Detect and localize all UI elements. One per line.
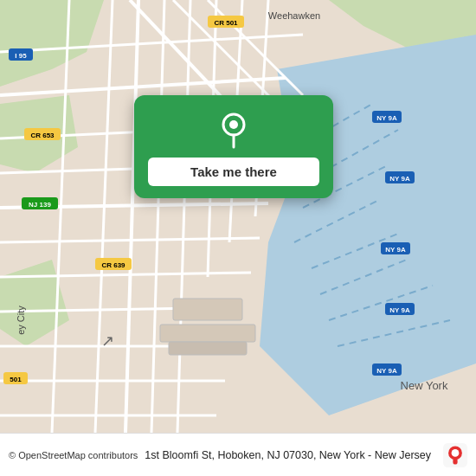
svg-text:NJ 139: NJ 139 — [29, 201, 51, 209]
svg-text:New York: New York — [401, 379, 448, 392]
osm-text: © OpenStreetMap contributors — [9, 450, 138, 460]
svg-text:501: 501 — [10, 376, 22, 383]
svg-text:NY 9A: NY 9A — [385, 246, 406, 254]
svg-text:NY 9A: NY 9A — [376, 114, 397, 122]
svg-rect-71 — [453, 458, 457, 464]
svg-rect-61 — [173, 299, 242, 320]
svg-rect-62 — [160, 325, 255, 342]
svg-text:CR 639: CR 639 — [101, 261, 125, 269]
svg-point-66 — [229, 120, 238, 129]
svg-text:↗: ↗ — [101, 332, 114, 350]
bottom-bar: © OpenStreetMap contributors 1st Bloomfi… — [0, 433, 476, 476]
location-pin-icon — [215, 111, 253, 149]
svg-text:CR 653: CR 653 — [30, 132, 55, 139]
svg-text:Weehawken: Weehawken — [268, 10, 320, 21]
popup-card: Take me there — [134, 95, 333, 198]
svg-text:CR 501: CR 501 — [214, 19, 238, 27]
moovit-logo — [443, 443, 467, 467]
moovit-icon — [443, 443, 467, 467]
svg-text:ey City: ey City — [16, 306, 26, 335]
take-me-there-button[interactable]: Take me there — [148, 158, 319, 186]
svg-text:NY 9A: NY 9A — [389, 175, 410, 183]
svg-rect-63 — [169, 342, 247, 355]
svg-point-70 — [452, 449, 460, 457]
svg-text:NY 9A: NY 9A — [389, 306, 410, 314]
svg-marker-5 — [260, 35, 476, 415]
osm-copyright: © OpenStreetMap contributors — [9, 450, 138, 460]
address-text: 1st Bloomfi St, Hoboken, NJ 07030, New Y… — [145, 449, 436, 461]
svg-text:NY 9A: NY 9A — [376, 367, 397, 375]
map-container: CR 501 I 95 CR 653 NJ 139 501 CR 639 NY … — [0, 0, 476, 433]
svg-text:I 95: I 95 — [15, 52, 27, 60]
